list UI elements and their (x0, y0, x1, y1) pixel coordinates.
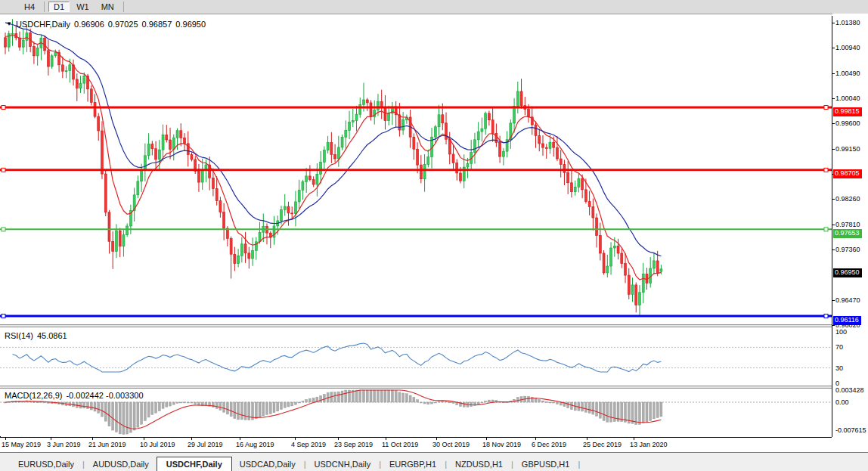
price-tick-mark (832, 48, 835, 48)
timeframe-button-w1[interactable]: W1 (71, 2, 95, 12)
ohlc-low: 0.96857 (142, 20, 172, 29)
date-tick-mark (338, 438, 339, 440)
main-price-chart[interactable] (0, 16, 832, 324)
price-tick-label: 0.97810 (835, 221, 860, 228)
rsi-indicator-pane[interactable] (0, 327, 832, 386)
ohlc-close: 0.96950 (175, 20, 206, 29)
timeframe-button-d1[interactable]: D1 (48, 2, 70, 12)
date-tick-mark (634, 438, 634, 440)
date-tick-mark (386, 438, 386, 440)
date-tick-mark (51, 438, 51, 440)
date-tick-label: 21 Jun 2019 (88, 441, 126, 448)
rsi-label: RSI(14) 45.0861 (5, 331, 67, 340)
chart-symbol-label: USDCHF,Daily (16, 20, 70, 29)
price-tick-mark (832, 149, 835, 150)
line-handle-right (824, 228, 828, 231)
date-tick-label: 4 Sep 2019 (291, 441, 326, 448)
price-tick-label: 1.00490 (835, 70, 860, 77)
price-tick-mark (832, 98, 835, 99)
timeframe-button-h4[interactable]: H4 (19, 2, 40, 12)
date-axis[interactable]: 15 May 20193 Jun 201921 Jun 201910 Jul 2… (0, 437, 832, 453)
price-level-tag: 0.99815 (833, 107, 862, 116)
fast-ma-line (5, 36, 661, 280)
price-tick-label: 0.98260 (835, 195, 860, 203)
chart-dropdown-icon[interactable]: ▼ (6, 21, 12, 27)
date-tick-label: 11 Oct 2019 (382, 441, 418, 448)
candlestick-series (5, 19, 662, 316)
line-handle-left (2, 106, 5, 110)
date-tick-label: 10 Jul 2019 (140, 441, 175, 448)
date-tick-label: 18 Nov 2019 (482, 441, 521, 448)
price-tick-label: 1.01380 (835, 19, 860, 26)
date-tick-mark (240, 438, 240, 440)
price-level-tag: 0.96116 (833, 316, 861, 325)
date-tick-mark (191, 438, 192, 440)
timeframe-toolbar: H4D1W1MN (0, 0, 868, 14)
macd-name: MACD(12,26,9) (5, 391, 62, 400)
price-level-tag: 0.98705 (833, 169, 862, 178)
price-axis[interactable]: 1.013801.009401.004901.000400.996000.991… (832, 14, 868, 452)
price-tick-label: 1.00940 (835, 44, 860, 51)
date-tick-mark (535, 438, 536, 440)
chart-tab-gbpusd[interactable]: GBPUSD,H1 (514, 457, 578, 471)
chart-tab-audusd[interactable]: AUDUSD,Daily (85, 457, 157, 471)
line-handle-right (824, 315, 828, 318)
date-tick-label: 13 Jan 2020 (630, 441, 668, 448)
date-tick-label: 25 Dec 2019 (583, 441, 622, 448)
macd-axis-label: 0.003428 (835, 386, 864, 394)
rsi-name: RSI(14) (5, 331, 33, 340)
price-tick-label: 0.96470 (835, 296, 860, 304)
price-tick-mark (832, 23, 835, 23)
line-handle-left (2, 228, 5, 231)
price-tick-mark (832, 73, 835, 74)
date-tick-label: 16 Aug 2019 (236, 441, 274, 448)
date-tick-mark (5, 438, 6, 440)
rsi-axis-label: 70 (835, 343, 843, 351)
date-tick-mark (92, 438, 93, 440)
date-tick-label: 3 Jun 2019 (47, 441, 81, 448)
chart-title: ▼ USDCHF,Daily 0.96906 0.97025 0.96857 0… (6, 20, 206, 29)
chart-tab-usdcnh[interactable]: USDCNH,Daily (307, 457, 379, 471)
price-tick-mark (832, 249, 835, 250)
line-handle-right (824, 168, 828, 172)
price-tick-label: 1.00040 (835, 95, 860, 102)
price-tick-label: 0.97360 (835, 246, 860, 253)
price-tick-mark (832, 199, 835, 200)
chart-tab-eurgbp[interactable]: EURGBP,H1 (382, 457, 444, 471)
price-level-tag: 0.97653 (833, 229, 862, 238)
chart-tab-usdchf[interactable]: USDCHF,Daily (157, 457, 232, 471)
chart-tab-bar: EURUSD,Daily|AUDUSD,DailyUSDCHF,DailyUSD… (0, 452, 868, 471)
price-level-tag: 0.96950 (833, 268, 862, 277)
rsi-axis-label: 100 (835, 328, 847, 336)
tab-separator: | (577, 460, 581, 471)
rsi-axis-label: 30 (835, 364, 843, 372)
price-tick-mark (832, 300, 835, 301)
macd-axis-label: 0.00 (835, 398, 849, 406)
date-tick-label: 23 Sep 2019 (334, 441, 373, 448)
ohlc-high: 0.97025 (108, 20, 138, 29)
toolbar-separator (123, 2, 124, 12)
price-tick-label: 0.99600 (835, 119, 860, 127)
toolbar-separator (44, 2, 45, 12)
line-handle-right (824, 106, 828, 110)
timeframe-button-mn[interactable]: MN (96, 2, 119, 12)
price-tick-label: 0.99150 (835, 145, 860, 153)
metatrader-window: H4D1W1MN ▼ USDCHF,Daily 0.96906 0.97025 … (0, 0, 868, 471)
date-tick-mark (295, 438, 296, 440)
price-tick-mark (832, 123, 835, 124)
chart-tab-nzdusd[interactable]: NZDUSD,H1 (448, 457, 510, 471)
slow-ma-line (5, 23, 661, 256)
chart-tab-usdcad[interactable]: USDCAD,Daily (232, 457, 303, 471)
date-tick-mark (486, 438, 487, 440)
macd-values: -0.002442 -0.003300 (66, 391, 143, 400)
date-tick-label: 29 Jul 2019 (188, 441, 223, 448)
chart-tab-eurusd[interactable]: EURUSD,Daily (11, 457, 82, 471)
line-handle-left (2, 168, 5, 172)
macd-axis-label: -0.007615 (835, 426, 866, 434)
date-tick-mark (587, 438, 587, 440)
date-tick-label: 30 Oct 2019 (432, 441, 470, 448)
date-tick-label: 15 May 2019 (2, 441, 41, 448)
macd-label: MACD(12,26,9) -0.002442 -0.003300 (5, 391, 144, 400)
date-tick-mark (144, 438, 144, 440)
rsi-value: 45.0861 (37, 331, 67, 340)
